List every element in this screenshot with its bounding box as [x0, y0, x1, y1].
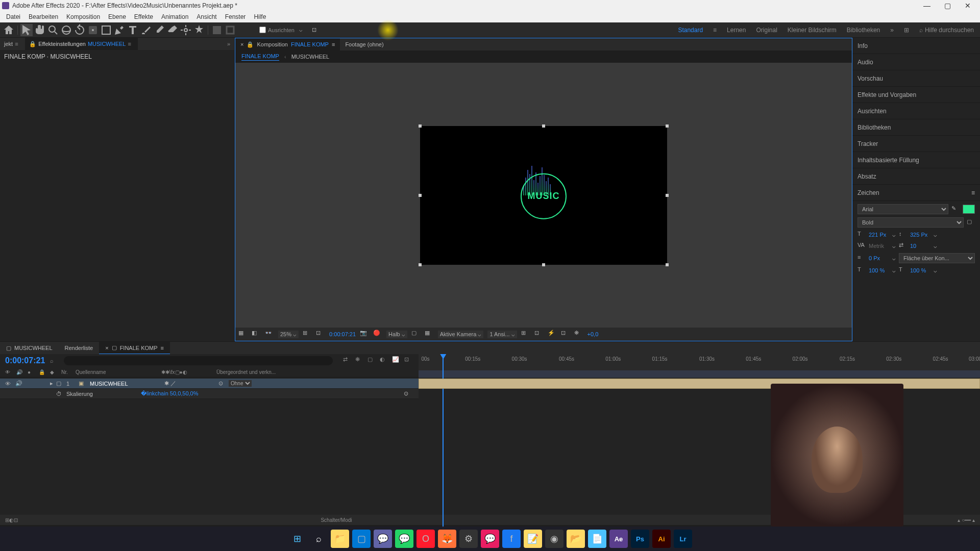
panel-tracker[interactable]: Tracker	[852, 136, 980, 152]
stroke-swatch[interactable]	[224, 24, 236, 36]
comp-canvas[interactable]: MUSIC	[420, 126, 667, 265]
anchor-tool[interactable]	[87, 24, 99, 36]
view-opt-icon[interactable]: ⊞	[521, 330, 530, 339]
eyedropper-icon[interactable]: ✎	[951, 205, 960, 213]
panel-content-aware[interactable]: Inhaltsbasierte Füllung	[852, 152, 980, 168]
grid-icon[interactable]: ▦	[238, 330, 248, 339]
stroke-width-value[interactable]: 0 Px	[869, 255, 889, 261]
taskbar-firefox[interactable]: 🦊	[438, 530, 456, 548]
effect-controls-tab[interactable]: 🔒 Effekteinstellungen MUSICWHEEL ≡	[25, 38, 138, 50]
taskbar-notes[interactable]: 📝	[524, 530, 542, 548]
comp-tree-icon[interactable]: ⇄	[343, 356, 352, 365]
frame-blend-icon[interactable]: ▢	[368, 356, 377, 365]
taskbar-messenger[interactable]: 💬	[481, 530, 499, 548]
timeline-icon[interactable]: ⊡	[561, 330, 570, 339]
menu-animation[interactable]: Animation	[157, 13, 192, 20]
panel-ausrichten[interactable]: Ausrichten	[852, 103, 980, 119]
footage-tab[interactable]: Footage (ohne)	[340, 38, 388, 51]
eye-icon[interactable]: 👁	[5, 381, 12, 387]
toggle2-icon[interactable]: ◐	[9, 517, 14, 523]
shape-tool[interactable]	[100, 24, 112, 36]
toggle-icon[interactable]: ⊞	[5, 517, 9, 523]
fast-preview-icon[interactable]: ⚡	[548, 330, 557, 339]
eraser-tool[interactable]	[166, 24, 179, 36]
toggle3-icon[interactable]: ⊡	[14, 517, 18, 523]
taskbar-ps[interactable]: Ps	[631, 530, 649, 548]
help-search[interactable]: ⌕ Hilfe durchsuchen	[919, 27, 974, 34]
close-tab-icon[interactable]: ×	[240, 41, 243, 47]
leading-value[interactable]: 325 Px	[910, 232, 930, 238]
taskbar-lr[interactable]: Lr	[674, 530, 692, 548]
stroke-swatch-icon[interactable]: ▢	[967, 218, 975, 227]
motion-blur-icon[interactable]: ◐	[380, 356, 389, 365]
fill-swatch[interactable]	[211, 24, 223, 36]
panel-menu-icon[interactable]: ≡	[971, 189, 975, 196]
panel-info[interactable]: Info	[852, 38, 980, 54]
tracking-value[interactable]: 10	[910, 243, 930, 249]
taskbar-windows[interactable]: ⊞	[288, 530, 306, 548]
menu-effekte[interactable]: Effekte	[130, 13, 157, 20]
quality-dropdown[interactable]: Halb ⌵	[386, 331, 407, 338]
timeline-tab-musicwheel[interactable]: ▢MUSICWHEEL	[0, 342, 59, 354]
speaker-icon[interactable]: 🔊	[15, 380, 22, 387]
taskbar-edge[interactable]: ▢	[352, 530, 371, 548]
panel-effekte[interactable]: Effekte und Vorgaben	[852, 87, 980, 103]
exposure-value[interactable]: +0,0	[587, 331, 599, 337]
layer-row-1[interactable]: 👁 🔊 ▸ ▢ 1 ▣ MUSICWHEEL ✱ ／ ⊙ Ohne	[0, 379, 419, 389]
timeline-tab-finale[interactable]: × ▢FINALE KOMP≡	[99, 342, 170, 354]
views-dropdown[interactable]: 1 Ansi... ⌵	[487, 331, 517, 338]
minimize-button[interactable]: —	[917, 0, 937, 11]
breadcrumb-finale[interactable]: FINALE KOMP	[241, 53, 279, 61]
taskbar-app[interactable]: ⚙	[459, 530, 478, 548]
snap-opts-icon[interactable]: ⌵	[295, 24, 307, 36]
taskbar-opera[interactable]: O	[416, 530, 435, 548]
viewer-timecode[interactable]: 0:00:07:21	[329, 331, 356, 337]
pixel-icon[interactable]: ⊡	[534, 330, 544, 339]
menu-ansicht[interactable]: Ansicht	[192, 13, 220, 20]
flowchart-icon[interactable]: ❋	[574, 330, 583, 339]
taskbar-teams[interactable]: 💬	[374, 530, 392, 548]
menu-bearbeiten[interactable]: Bearbeiten	[24, 13, 62, 20]
orbit-tool[interactable]	[60, 24, 72, 36]
menu-fenster[interactable]: Fenster	[221, 13, 250, 20]
taskbar-search[interactable]: ⌕	[309, 530, 328, 548]
workspace-original[interactable]: Original	[756, 27, 777, 34]
parent-dropdown[interactable]: Ohne	[229, 380, 252, 387]
brush-tool[interactable]	[140, 24, 152, 36]
menu-datei[interactable]: Datei	[2, 13, 24, 20]
kerning-value[interactable]: Metrik	[869, 243, 889, 249]
panel-absatz[interactable]: Absatz	[852, 168, 980, 185]
switches-label[interactable]: Schalter/Modi	[321, 517, 352, 523]
channel-icon[interactable]: 🔴	[373, 330, 382, 339]
timeline-timecode[interactable]: 0:00:07:21	[5, 356, 45, 365]
panel-zeichen[interactable]: Zeichen≡	[852, 185, 980, 201]
brain-icon[interactable]: ⊡	[404, 356, 413, 365]
speaker-col-icon[interactable]: 🔊	[16, 369, 23, 375]
taskbar-whatsapp[interactable]: 💬	[395, 530, 413, 548]
font-size-value[interactable]: 221 Px	[869, 232, 889, 238]
shy-icon[interactable]: ❋	[355, 356, 364, 365]
close-button[interactable]: ✕	[958, 0, 978, 11]
menu-komposition[interactable]: Komposition	[62, 13, 104, 20]
font-family-select[interactable]: Arial	[857, 204, 948, 214]
close-tab-icon[interactable]: ×	[105, 345, 108, 351]
taskbar-explorer[interactable]: 📁	[331, 530, 349, 548]
panel-bibliotheken[interactable]: Bibliotheken	[852, 119, 980, 136]
timeline-tab-renderliste[interactable]: Renderliste	[59, 342, 100, 354]
hand-tool[interactable]	[34, 24, 46, 36]
menu-ebene[interactable]: Ebene	[104, 13, 130, 20]
workspace-lernen[interactable]: Lernen	[727, 27, 746, 34]
vscale-value[interactable]: 100 %	[869, 267, 889, 273]
panel-audio[interactable]: Audio	[852, 54, 980, 70]
maximize-button[interactable]: ▢	[937, 0, 958, 11]
taskbar-ai[interactable]: Ai	[652, 530, 671, 548]
stopwatch-icon[interactable]: ⏱	[56, 391, 63, 397]
taskbar-facebook[interactable]: f	[502, 530, 521, 548]
workspace-standard[interactable]: Standard	[678, 27, 703, 34]
clone-tool[interactable]	[153, 24, 165, 36]
resolution-icon[interactable]: ⊞	[303, 330, 312, 339]
roto-tool[interactable]	[180, 24, 192, 36]
hscale-value[interactable]: 100 %	[910, 267, 930, 273]
home-tool[interactable]	[3, 24, 15, 36]
rotate-tool[interactable]	[74, 24, 86, 36]
